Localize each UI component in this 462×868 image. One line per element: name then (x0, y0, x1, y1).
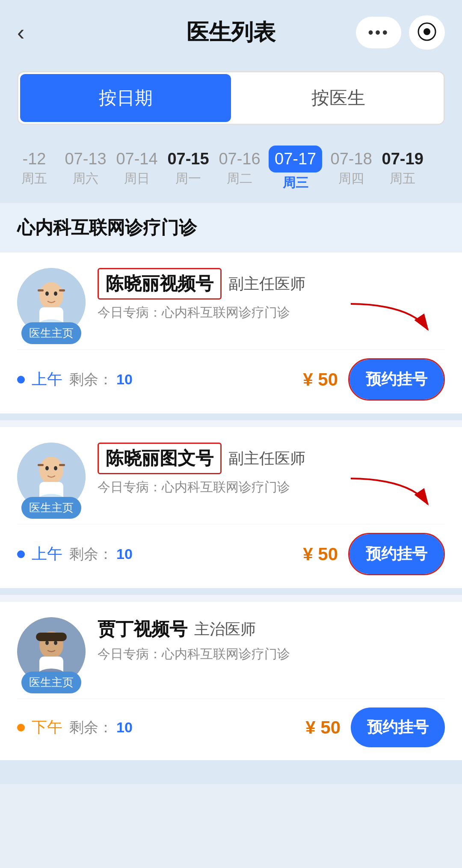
price-2: ¥ 50 (303, 544, 338, 565)
date-day: 周日 (115, 170, 159, 187)
doctor-card-1: 医生主页 陈晓丽视频号 副主任医师 今日专病：心内科互联网诊疗门诊 (0, 253, 462, 413)
more-button[interactable]: ••• (356, 17, 401, 48)
session-dot-3 (17, 724, 25, 731)
date-picker: -12 周五 07-13 周六 07-14 周日 07-15 周一 07-16 … (0, 137, 462, 203)
doctor-specialty-1: 今日专病：心内科互联网诊疗门诊 (98, 304, 445, 321)
book-btn-box-1: 预约挂号 (348, 358, 445, 401)
date-number: 07-13 (63, 150, 108, 168)
date-item-0712[interactable]: -12 周五 (9, 146, 60, 192)
appt-time-3: 下午 (32, 717, 62, 738)
doctor-name-row-2: 陈晓丽图文号 副主任医师 (98, 443, 445, 474)
book-button-3[interactable]: 预约挂号 (351, 707, 445, 747)
doctor-name-2: 陈晓丽图文号 (106, 448, 213, 468)
doctor-name-row-1: 陈晓丽视频号 副主任医师 (98, 268, 445, 300)
svg-rect-26 (36, 633, 67, 641)
appt-row-1: 上午 剩余： 10 ¥ 50 预约挂号 (17, 349, 445, 401)
svg-point-15 (45, 466, 49, 470)
date-item-0717[interactable]: 07-17 周三 (265, 141, 326, 196)
doctor-name-box-2: 陈晓丽图文号 (98, 443, 222, 474)
tab-container: 按日期 按医生 (17, 71, 445, 125)
scan-icon (418, 22, 436, 41)
date-number: 07-18 (329, 150, 373, 168)
svg-point-16 (54, 466, 57, 470)
book-button-1[interactable]: 预约挂号 (349, 360, 444, 399)
doctor-specialty-2: 今日专病：心内科互联网诊疗门诊 (98, 479, 445, 496)
date-item-0716[interactable]: 07-16 周二 (214, 146, 265, 192)
remaining-num-1: 10 (116, 371, 133, 388)
doctor-name-1: 陈晓丽视频号 (106, 273, 213, 294)
date-day: 周二 (217, 170, 262, 187)
remaining-num-2: 10 (116, 546, 133, 562)
svg-rect-9 (59, 289, 65, 291)
remaining-label-2: 剩余： (69, 544, 113, 564)
date-item-0718[interactable]: 07-18 周四 (326, 146, 377, 192)
scan-button[interactable] (409, 15, 445, 50)
page-title: 医生列表 (187, 18, 275, 48)
book-button-2[interactable]: 预约挂号 (349, 534, 444, 574)
doctor-name-row-3: 贾丁视频号 主治医师 (98, 617, 445, 641)
svg-rect-8 (38, 289, 44, 291)
remaining-label-1: 剩余： (69, 370, 113, 389)
date-row: -12 周五 07-13 周六 07-14 周日 07-15 周一 07-16 … (0, 141, 462, 196)
date-item-0713[interactable]: 07-13 周六 (60, 146, 111, 192)
doctor-top-3: 医生主页 贾丁视频号 主治医师 今日专病：心内科互联网诊疗门诊 (17, 617, 445, 686)
section-header: 心内科互联网诊疗门诊 (0, 203, 462, 253)
header-actions: ••• (356, 15, 445, 50)
doctor-name-3: 贾丁视频号 (98, 617, 187, 641)
homepage-button-3[interactable]: 医生主页 (21, 672, 81, 693)
tab-by-doctor[interactable]: 按医生 (233, 72, 444, 124)
date-item-0715[interactable]: 07-15 周一 (163, 146, 214, 192)
remaining-num-3: 10 (116, 719, 133, 736)
remaining-label-3: 剩余： (69, 718, 113, 737)
date-number: 07-14 (115, 150, 159, 168)
doctor-card-3: 医生主页 贾丁视频号 主治医师 今日专病：心内科互联网诊疗门诊 下午 剩余： 1… (0, 602, 462, 760)
doctor-title-2: 副主任医师 (228, 448, 305, 469)
date-item-0714[interactable]: 07-14 周日 (111, 146, 163, 192)
doctor-top-2: 医生主页 陈晓丽图文号 副主任医师 今日专病：心内科互联网诊疗门诊 (17, 443, 445, 511)
session-dot-1 (17, 376, 25, 383)
svg-rect-17 (38, 464, 44, 466)
tab-by-date[interactable]: 按日期 (20, 74, 231, 122)
avatar-wrap-2: 医生主页 (17, 443, 86, 511)
card-separator-1 (0, 420, 462, 427)
appt-time-1: 上午 (32, 369, 62, 390)
doctor-info-3: 贾丁视频号 主治医师 今日专病：心内科互联网诊疗门诊 (98, 617, 445, 663)
date-number: 07-19 (380, 150, 425, 168)
date-day: 周四 (329, 170, 373, 187)
tab-bar: 按日期 按医生 (0, 62, 462, 137)
content-area: 心内科互联网诊疗门诊 医生 (0, 203, 462, 784)
date-day: 周五 (380, 170, 425, 187)
doctor-specialty-3: 今日专病：心内科互联网诊疗门诊 (98, 645, 445, 663)
svg-point-25 (54, 641, 57, 645)
svg-point-6 (45, 291, 49, 296)
header: ‹ 医生列表 ••• (0, 0, 462, 62)
date-day: 周六 (63, 170, 108, 187)
appt-row-3: 下午 剩余： 10 ¥ 50 预约挂号 (17, 699, 445, 747)
date-item-0719[interactable]: 07-19 周五 (377, 146, 428, 192)
date-number: -12 (12, 150, 56, 168)
date-day: 周五 (12, 170, 56, 187)
session-dot-2 (17, 550, 25, 558)
date-number: 07-16 (217, 150, 262, 168)
book-btn-box-2: 预约挂号 (348, 533, 445, 575)
date-day: 周一 (166, 170, 210, 187)
doctor-info-2: 陈晓丽图文号 副主任医师 今日专病：心内科互联网诊疗门诊 (98, 443, 445, 496)
date-number: 07-15 (166, 150, 210, 168)
svg-point-7 (54, 291, 57, 296)
homepage-button-1[interactable]: 医生主页 (21, 322, 81, 344)
appt-time-2: 上午 (32, 544, 62, 565)
section-title: 心内科互联网诊疗门诊 (17, 217, 197, 238)
price-1: ¥ 50 (303, 369, 338, 390)
price-3: ¥ 50 (305, 717, 341, 738)
avatar-wrap-1: 医生主页 (17, 268, 86, 336)
homepage-button-2[interactable]: 医生主页 (21, 497, 81, 519)
doctor-title-1: 副主任医师 (228, 273, 305, 294)
svg-point-12 (39, 457, 63, 484)
avatar-wrap-3: 医生主页 (17, 617, 86, 686)
doctor-card-2: 医生主页 陈晓丽图文号 副主任医师 今日专病：心内科互联网诊疗门诊 (0, 427, 462, 588)
svg-point-24 (45, 641, 49, 645)
back-button[interactable]: ‹ (17, 21, 24, 44)
date-day-active: 周三 (269, 174, 322, 192)
date-number-active: 07-17 (269, 146, 322, 172)
doctor-top-1: 医生主页 陈晓丽视频号 副主任医师 今日专病：心内科互联网诊疗门诊 (17, 268, 445, 336)
